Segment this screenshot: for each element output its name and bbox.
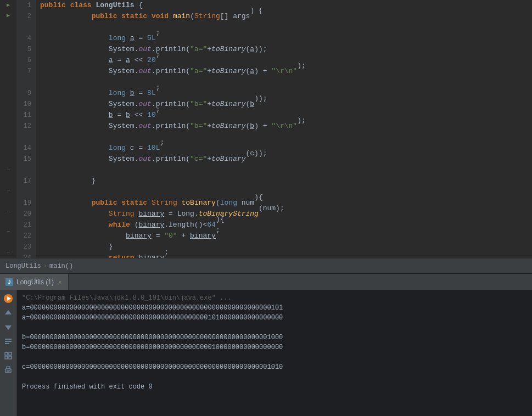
console-output-line-2: a=00000000000000000000000000000000000000…	[22, 313, 527, 323]
line-num-19: 19	[16, 198, 31, 209]
console-area: "C:\Program Files\Java\jdk1.8.0_191\bin\…	[0, 290, 532, 416]
kw-return: return	[109, 252, 135, 258]
str-b-1: "b="	[190, 99, 207, 110]
gutter-item-17[interactable]: −	[0, 165, 16, 176]
breadcrumb-method[interactable]: main()	[49, 262, 73, 270]
gutter-item-15	[0, 144, 16, 155]
param-num: num	[242, 198, 254, 209]
fold-open-2[interactable]: −	[7, 209, 10, 215]
svg-rect-10	[9, 356, 12, 359]
field-out-5: out	[138, 154, 151, 165]
fold-close-1[interactable]: −	[7, 167, 10, 173]
args-a-1: (a));	[246, 44, 267, 55]
gutter-item-11	[0, 103, 16, 114]
println-4: .println(	[152, 121, 190, 132]
var-b-1: b	[250, 99, 254, 110]
format-icon[interactable]	[2, 335, 15, 348]
var-b-3: b	[126, 110, 130, 121]
gutter-item-20	[0, 196, 16, 206]
gutter-item-1[interactable]: ▶	[0, 0, 16, 10]
code-line-19: public static String toBinary(long num){	[40, 198, 532, 209]
console-side-icons	[0, 290, 16, 416]
code-line-17: }	[40, 176, 532, 187]
str-a-2: "a="	[190, 66, 207, 77]
fold-close-2[interactable]: −	[7, 229, 10, 235]
code-line-6: a = a << 20;	[40, 55, 532, 66]
println-5: .println(	[152, 154, 190, 165]
gutter-item-13	[0, 124, 16, 134]
gutter-item-4	[0, 31, 16, 41]
var-b: b	[130, 88, 135, 99]
line-num-17: 17	[16, 176, 31, 187]
gutter-item-2[interactable]: ▶	[0, 10, 16, 21]
plus-2: +	[207, 66, 211, 77]
code-line-10: System.out.println("b="+toBinary(b));	[40, 99, 532, 110]
var-binary-2: binary	[138, 220, 164, 231]
gutter-item-24	[0, 237, 16, 248]
kw-long-1: long	[109, 33, 126, 44]
plus-1: +	[207, 44, 211, 55]
gutter-item-9	[0, 82, 16, 93]
type-string-2: String	[152, 198, 177, 209]
gutter-item-21[interactable]: −	[0, 206, 16, 217]
tobin-call-2: toBinary	[211, 66, 245, 77]
field-out-4: out	[138, 121, 151, 132]
line-num-8	[16, 77, 31, 88]
tab-bar: J LongUtils (1) ×	[0, 273, 532, 290]
grid-icon[interactable]	[2, 349, 15, 362]
svg-rect-13	[7, 370, 10, 372]
print-icon[interactable]	[2, 363, 15, 376]
run-arrow-2[interactable]: ▶	[7, 12, 10, 19]
kw-public-2: public	[92, 11, 117, 22]
line-num-3	[16, 22, 31, 33]
console-output[interactable]: "C:\Program Files\Java\jdk1.8.0_191\bin\…	[16, 290, 532, 416]
breadcrumb-class[interactable]: LongUtils	[5, 262, 41, 270]
console-blank-1	[22, 323, 527, 333]
gutter-item-5	[0, 41, 16, 52]
line-num-20: 20	[16, 209, 31, 220]
code-lines[interactable]: public class LongUtils { public static v…	[36, 0, 532, 258]
line-num-22: 22	[16, 231, 31, 241]
scroll-down-icon[interactable]	[2, 321, 15, 334]
var-binary-4: binary	[190, 231, 216, 241]
plus-3: +	[207, 99, 211, 110]
tab-label: LongUtils (1)	[16, 278, 54, 286]
code-line-1: public class LongUtils {	[40, 0, 532, 11]
scroll-up-icon[interactable]	[2, 306, 15, 319]
kw-long-4: long	[220, 198, 237, 209]
gutter-item-25[interactable]: −	[0, 248, 16, 258]
fold-open-1[interactable]: −	[7, 188, 10, 194]
editor-tab[interactable]: J LongUtils (1) ×	[0, 274, 69, 290]
gutter-item-18	[0, 176, 16, 186]
open-brace-1: {	[138, 0, 143, 11]
line-num-1: 1	[16, 0, 31, 11]
line-num-24: 24	[16, 252, 31, 258]
console-blank-2	[22, 352, 527, 362]
str-rn-1: "\r\n"	[271, 66, 297, 77]
var-binary: binary	[138, 209, 164, 220]
run-icon[interactable]	[2, 292, 15, 305]
line-num-23: 23	[16, 241, 31, 252]
svg-rect-14	[7, 372, 9, 373]
line-num-16	[16, 165, 31, 176]
code-line-18	[40, 187, 532, 198]
run-arrow-1[interactable]: ▶	[7, 2, 10, 8]
var-a-3: a	[126, 55, 130, 66]
svg-rect-7	[5, 352, 8, 355]
line-numbers: 1 2 4 5 6 7 9 10 11 12 14 15 17 19 20 21…	[16, 0, 36, 258]
code-line-5: System.out.println("a="+toBinary(a));	[40, 44, 532, 55]
system-1: System.	[109, 44, 139, 55]
console-with-sidebar: "C:\Program Files\Java\jdk1.8.0_191\bin\…	[0, 290, 532, 416]
fold-close-3[interactable]: −	[7, 250, 10, 256]
tab-close-button[interactable]: ×	[57, 278, 63, 286]
editor-area: ▶ ▶ − − − − −	[0, 0, 532, 290]
code-line-20: String binary = Long.toBinaryString(num)…	[40, 209, 532, 220]
svg-rect-8	[9, 352, 12, 355]
system-5: System.	[109, 154, 139, 165]
gutter-item-19[interactable]: −	[0, 185, 16, 196]
var-a-4: a	[250, 66, 254, 77]
line-num-15: 15	[16, 154, 31, 165]
svg-rect-5	[5, 341, 12, 342]
num-5L: 5L	[147, 33, 156, 44]
code-line-7: System.out.println("a="+toBinary(a) + "\…	[40, 66, 532, 77]
